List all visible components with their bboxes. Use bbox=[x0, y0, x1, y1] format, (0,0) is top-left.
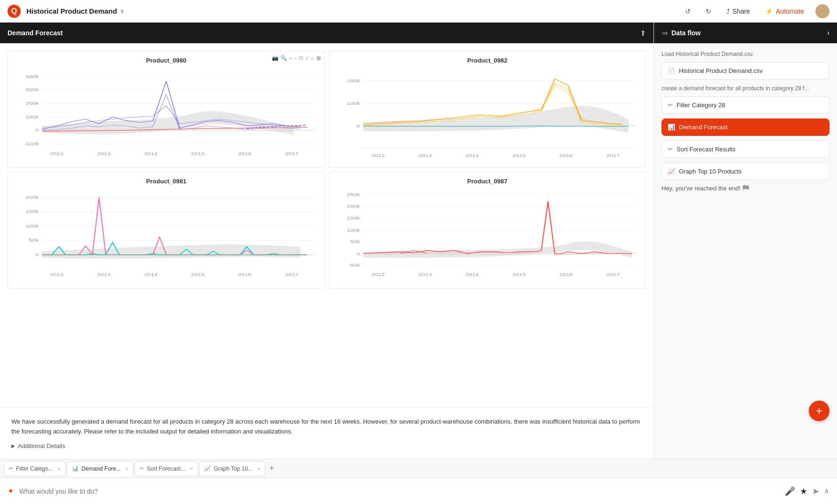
tab-filter-close[interactable]: × bbox=[58, 466, 61, 472]
chart-title-0982: Product_0982 bbox=[333, 57, 642, 64]
automate-button[interactable]: ⚡ Automate bbox=[761, 6, 808, 17]
svg-text:2013: 2013 bbox=[97, 272, 111, 276]
svg-text:2012: 2012 bbox=[371, 273, 385, 277]
topbar-actions: ↺ ↻ ⤴ Share ⚡ Automate bbox=[681, 4, 829, 18]
svg-text:2013: 2013 bbox=[97, 151, 111, 156]
tab-sort-close[interactable]: × bbox=[190, 466, 193, 472]
chart-title-0987: Product_0987 bbox=[333, 178, 642, 185]
tab-demand-icon: 📊 bbox=[72, 465, 79, 472]
file-name: Historical Product Demand.csv bbox=[679, 67, 763, 74]
svg-text:2014: 2014 bbox=[144, 151, 158, 156]
demand-step-icon: 📊 bbox=[668, 124, 675, 131]
share-button[interactable]: ⤴ Share bbox=[723, 6, 754, 17]
sidebar-expand-icon[interactable]: › bbox=[827, 29, 829, 37]
svg-text:150k: 150k bbox=[347, 216, 360, 220]
charts-area: Product_0980 📷 🔍 + − ⊡ ⤢ ⌂ ▦ bbox=[0, 43, 654, 407]
svg-text:2013: 2013 bbox=[418, 154, 432, 158]
svg-text:50k: 50k bbox=[29, 238, 39, 242]
svg-text:100k: 100k bbox=[25, 224, 39, 228]
expand-icon[interactable]: ⤢ bbox=[305, 55, 309, 61]
chart-product0987: Product_0987 250k 200k 150k bbox=[329, 172, 646, 289]
topbar: Q Historical Product Demand ∨ ↺ ↻ ⤴ Shar… bbox=[0, 0, 837, 23]
additional-details-toggle[interactable]: ▶ Additional Details bbox=[11, 442, 642, 449]
right-sidebar: ⇒ Data flow › Load Historical Product De… bbox=[654, 23, 837, 459]
svg-text:2016: 2016 bbox=[559, 273, 573, 277]
fab-button[interactable]: + bbox=[809, 401, 829, 421]
input-sparkle-icon: ✦ bbox=[8, 487, 14, 496]
svg-text:2015: 2015 bbox=[512, 154, 526, 158]
create-text: create a demand forecast for all product… bbox=[662, 85, 829, 92]
bar-icon[interactable]: ▦ bbox=[316, 55, 321, 61]
svg-text:2012: 2012 bbox=[371, 154, 385, 158]
tab-graph-icon: 📈 bbox=[204, 465, 211, 472]
microphone-icon[interactable]: 🎤 bbox=[785, 486, 795, 496]
tab-graph-close[interactable]: × bbox=[257, 466, 260, 472]
tab-add-button[interactable]: + bbox=[266, 464, 277, 473]
svg-text:2013: 2013 bbox=[418, 273, 432, 277]
tab-demand[interactable]: 📊 Demand Fore... × bbox=[67, 461, 134, 476]
expand-input-icon[interactable]: ∧ bbox=[824, 487, 829, 496]
tab-filter[interactable]: ✏ Filter Catego... × bbox=[4, 461, 66, 476]
input-actions: 🎤 ★ ➤ ∧ bbox=[785, 486, 829, 496]
chart-svg-0987: 250k 200k 150k 100k 50k 0 -50k 2012 2013… bbox=[333, 189, 642, 283]
tab-sort[interactable]: ✏ Sort Forecast... × bbox=[135, 461, 198, 476]
user-avatar[interactable] bbox=[815, 4, 829, 18]
sidebar-content: Load Historical Product Demand.csv. 📄 Hi… bbox=[654, 43, 837, 459]
bottom-text-area: We have successfully generated a demand … bbox=[0, 407, 654, 459]
svg-text:2014: 2014 bbox=[465, 154, 479, 158]
left-panel: Demand Forecast ⬆ Product_0980 📷 🔍 + − ⊡… bbox=[0, 23, 654, 459]
arrow-icon: ▶ bbox=[11, 443, 15, 449]
chart-product0982: Product_0982 200k 100k 0 2012 2013 bbox=[329, 51, 646, 168]
end-text: Hey, you've reached the end! 🏁 bbox=[662, 185, 829, 192]
forecast-summary-text: We have successfully generated a demand … bbox=[11, 417, 642, 437]
title-chevron[interactable]: ∨ bbox=[120, 8, 124, 15]
chart-svg-0980: 400k 300k 200k 100k 0 -100k 2012 2013 20… bbox=[12, 68, 321, 162]
chart-product0980: Product_0980 📷 🔍 + − ⊡ ⤢ ⌂ ▦ bbox=[8, 51, 325, 168]
app-logo[interactable]: Q bbox=[8, 5, 21, 18]
svg-text:100k: 100k bbox=[347, 228, 360, 232]
sidebar-step-filter[interactable]: ✏ Filter Category 28 bbox=[662, 96, 829, 114]
svg-text:0: 0 bbox=[356, 124, 359, 128]
page-title: Historical Product Demand ∨ bbox=[26, 7, 124, 15]
redo-button[interactable]: ↻ bbox=[702, 6, 715, 17]
input-bar: ✦ 🎤 ★ ➤ ∧ bbox=[0, 478, 837, 504]
file-item[interactable]: 📄 Historical Product Demand.csv bbox=[662, 62, 829, 79]
chart-svg-0981: 200k 150k 100k 50k 0 2012 2013 2014 2015… bbox=[12, 189, 321, 283]
star-icon[interactable]: ★ bbox=[800, 486, 807, 496]
tab-sort-icon: ✏ bbox=[140, 465, 144, 472]
upload-icon[interactable]: ⬆ bbox=[640, 29, 646, 38]
charts-grid: Product_0980 📷 🔍 + − ⊡ ⤢ ⌂ ▦ bbox=[8, 51, 646, 289]
send-icon[interactable]: ➤ bbox=[812, 486, 819, 496]
svg-text:0: 0 bbox=[35, 128, 39, 132]
svg-text:2015: 2015 bbox=[191, 151, 205, 156]
chart-toolbar-0980: 📷 🔍 + − ⊡ ⤢ ⌂ ▦ bbox=[272, 55, 321, 61]
svg-text:200k: 200k bbox=[25, 195, 39, 199]
svg-text:-50k: -50k bbox=[348, 263, 360, 268]
camera-icon[interactable]: 📷 bbox=[272, 55, 279, 61]
fit-icon[interactable]: ⊡ bbox=[299, 55, 303, 61]
sidebar-step-graph[interactable]: 📈 Graph Top 10 Products bbox=[662, 163, 829, 180]
minus-icon[interactable]: − bbox=[294, 55, 296, 61]
home-icon[interactable]: ⌂ bbox=[311, 55, 314, 61]
undo-button[interactable]: ↺ bbox=[681, 6, 694, 17]
tab-graph[interactable]: 📈 Graph Top 10... × bbox=[199, 461, 265, 476]
tab-demand-close[interactable]: × bbox=[126, 466, 128, 472]
plus-icon[interactable]: + bbox=[289, 55, 292, 61]
svg-text:2016: 2016 bbox=[238, 272, 252, 276]
chat-input[interactable] bbox=[19, 488, 779, 495]
svg-text:400k: 400k bbox=[25, 74, 39, 79]
share-icon: ⤴ bbox=[726, 8, 730, 15]
svg-text:2016: 2016 bbox=[238, 151, 252, 156]
svg-text:100k: 100k bbox=[25, 115, 39, 119]
svg-text:2016: 2016 bbox=[559, 154, 573, 158]
zoom-icon[interactable]: 🔍 bbox=[280, 55, 287, 61]
sort-step-icon: ✏ bbox=[668, 146, 673, 153]
svg-text:2017: 2017 bbox=[606, 273, 620, 277]
chart-title-0981: Product_0981 bbox=[12, 178, 321, 185]
svg-text:2015: 2015 bbox=[512, 273, 526, 277]
sidebar-step-sort[interactable]: ✏ Sort Forecast Results bbox=[662, 141, 829, 158]
svg-text:100k: 100k bbox=[347, 101, 360, 105]
sidebar-step-demand[interactable]: 📊 Demand Forecast bbox=[662, 118, 829, 136]
svg-text:200k: 200k bbox=[347, 79, 360, 83]
svg-text:2014: 2014 bbox=[144, 272, 158, 276]
